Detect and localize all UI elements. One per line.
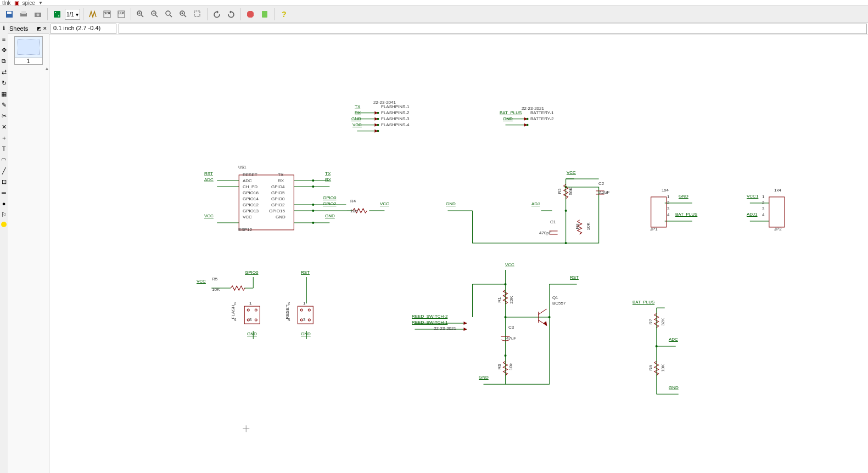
svg-rect-3 bbox=[21, 11, 26, 14]
svg-point-79 bbox=[312, 204, 314, 206]
zoom-out-icon[interactable] bbox=[148, 8, 161, 21]
svg-point-83 bbox=[565, 210, 567, 212]
svg-line-97 bbox=[539, 309, 547, 314]
ulp-icon[interactable]: ULP bbox=[115, 8, 128, 21]
svg-rect-99 bbox=[244, 306, 260, 324]
zoom-in-icon[interactable] bbox=[134, 8, 147, 21]
svg-point-101 bbox=[255, 309, 257, 311]
erc-tool-icon[interactable] bbox=[1, 222, 7, 227]
svg-line-23 bbox=[184, 15, 186, 17]
rotate-tool-icon[interactable]: ↻ bbox=[1, 79, 7, 87]
net-tool-icon[interactable]: ⊡ bbox=[1, 178, 7, 185]
svg-rect-6 bbox=[54, 11, 60, 18]
svg-point-84 bbox=[565, 242, 567, 244]
svg-point-107 bbox=[300, 319, 303, 321]
change-tool-icon[interactable]: ✎ bbox=[1, 101, 7, 109]
svg-rect-110 bbox=[769, 197, 785, 227]
coordinate-display: 0.1 inch (2.7 -0.4) bbox=[51, 24, 116, 34]
svg-point-106 bbox=[308, 309, 310, 311]
svg-marker-26 bbox=[247, 11, 254, 18]
svg-point-87 bbox=[505, 354, 507, 357]
svg-line-18 bbox=[155, 15, 158, 17]
cam-icon[interactable] bbox=[31, 8, 44, 21]
svg-point-5 bbox=[37, 14, 40, 16]
sheet-thumbnail[interactable]: 1 bbox=[8, 34, 49, 65]
svg-rect-109 bbox=[651, 197, 667, 227]
board-icon[interactable] bbox=[51, 8, 64, 21]
help-icon[interactable]: ? bbox=[277, 8, 290, 21]
menu-tlnk[interactable]: tlnk bbox=[2, 0, 11, 6]
redo-icon[interactable] bbox=[225, 8, 238, 21]
page-selector[interactable]: 1/1▾ bbox=[65, 9, 80, 20]
svg-point-85 bbox=[505, 316, 507, 318]
script-icon[interactable]: SCR bbox=[100, 8, 114, 21]
zoom-redraw-icon[interactable] bbox=[177, 8, 190, 21]
stop-icon[interactable] bbox=[244, 8, 257, 21]
svg-point-105 bbox=[300, 309, 303, 311]
copy-tool-icon[interactable]: ⧉ bbox=[1, 57, 7, 65]
svg-rect-25 bbox=[194, 11, 200, 16]
svg-text:SCR: SCR bbox=[104, 12, 110, 15]
mirror-tool-icon[interactable]: ⇄ bbox=[1, 68, 7, 76]
cut-tool-icon[interactable]: ✂ bbox=[1, 112, 7, 120]
arc-tool-icon[interactable]: ◠ bbox=[1, 156, 7, 164]
svg-point-86 bbox=[505, 283, 507, 285]
svg-point-80 bbox=[312, 210, 314, 212]
svg-point-8 bbox=[58, 15, 59, 16]
svg-text:?: ? bbox=[282, 10, 287, 19]
sheets-detach-icon[interactable]: ◩ bbox=[37, 26, 42, 31]
info-tool-icon[interactable]: ℹ bbox=[1, 24, 7, 32]
vertical-toolbox: ℹ ≡ ✥ ⧉ ⇄ ↻ ▦ ✎ ✂ ✕ ＋ T ◠ ╱ ⊡ ═ ● ⚐ bbox=[0, 23, 8, 473]
delete-tool-icon[interactable]: ✕ bbox=[1, 123, 7, 131]
svg-point-77 bbox=[312, 179, 314, 182]
library-icon[interactable] bbox=[86, 8, 99, 21]
layer-tool-icon[interactable]: ≡ bbox=[1, 35, 7, 43]
main-toolbar: 1/1▾ SCR ULP ? bbox=[0, 5, 868, 23]
svg-point-108 bbox=[308, 319, 310, 321]
svg-rect-1 bbox=[7, 12, 12, 14]
command-input[interactable] bbox=[119, 24, 867, 34]
text-tool-icon[interactable]: T bbox=[1, 145, 7, 153]
menu-spice[interactable]: spice bbox=[23, 0, 35, 6]
print-icon[interactable] bbox=[17, 8, 30, 21]
move-tool-icon[interactable]: ✥ bbox=[1, 46, 7, 54]
svg-point-78 bbox=[312, 185, 314, 188]
svg-point-89 bbox=[656, 345, 658, 347]
junction-tool-icon[interactable]: ● bbox=[1, 200, 7, 207]
svg-point-81 bbox=[312, 222, 314, 224]
svg-point-20 bbox=[166, 11, 170, 15]
group-tool-icon[interactable]: ▦ bbox=[1, 90, 7, 98]
go-icon[interactable] bbox=[258, 8, 271, 21]
undo-icon[interactable] bbox=[210, 8, 223, 21]
sheets-panel: Sheets ◩ ✕ 1 ▲ bbox=[8, 23, 49, 473]
svg-point-7 bbox=[55, 12, 56, 13]
bus-tool-icon[interactable]: ═ bbox=[1, 189, 7, 196]
svg-rect-27 bbox=[262, 11, 267, 18]
label-tool-icon[interactable]: ⚐ bbox=[1, 211, 7, 218]
svg-point-103 bbox=[255, 319, 257, 321]
svg-text:ULP: ULP bbox=[119, 12, 124, 15]
svg-line-14 bbox=[141, 15, 143, 17]
sheets-label: Sheets bbox=[9, 25, 28, 32]
add-tool-icon[interactable]: ＋ bbox=[1, 134, 7, 142]
svg-point-24 bbox=[181, 13, 183, 14]
save-icon[interactable] bbox=[3, 8, 16, 21]
svg-point-88 bbox=[548, 316, 551, 318]
schematic-canvas[interactable]: 22-23-2041 TX FLASHPINS-1 RX FLASHPINS-2… bbox=[49, 35, 868, 473]
menu-bar: tlnk ▣ spice ▼ bbox=[0, 0, 868, 5]
scroll-up-icon[interactable]: ▲ bbox=[43, 65, 49, 72]
svg-point-100 bbox=[247, 309, 249, 311]
sheets-close-icon[interactable]: ✕ bbox=[43, 26, 47, 31]
zoom-fit-icon[interactable] bbox=[163, 8, 176, 21]
wire-tool-icon[interactable]: ╱ bbox=[1, 167, 7, 174]
svg-line-21 bbox=[170, 15, 172, 17]
zoom-select-icon[interactable] bbox=[191, 8, 204, 21]
